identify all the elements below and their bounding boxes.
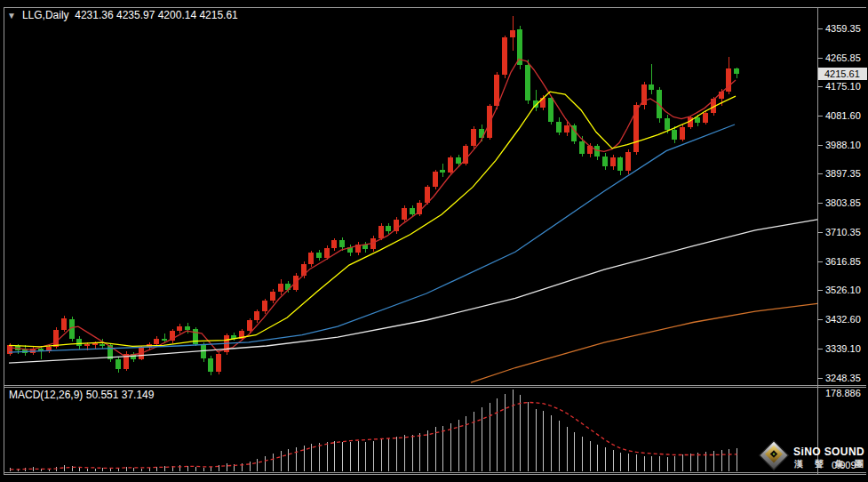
symbol-period-label: LLG,Daily xyxy=(22,9,69,21)
candle-body xyxy=(270,292,275,301)
macd-header: MACD(12,26,9) 50.551 37.149 xyxy=(9,389,154,401)
candle-body xyxy=(100,344,105,346)
candle-body xyxy=(487,106,492,137)
axis-tick xyxy=(817,261,823,262)
candle-body xyxy=(440,170,445,173)
ohlc-values: 4231.36 4235.97 4200.14 4215.61 xyxy=(75,9,238,21)
candle-body xyxy=(680,127,685,140)
symbol-header: ▼LLG,Daily 4231.36 4235.97 4200.14 4215.… xyxy=(7,9,238,21)
axis-tick-label: 3616.85 xyxy=(825,256,861,268)
axis-tick xyxy=(817,58,823,59)
candle-body xyxy=(162,339,167,341)
candle-body xyxy=(556,122,561,133)
axis-tick xyxy=(817,145,823,146)
candle-body xyxy=(216,354,221,372)
candle-body xyxy=(339,240,345,247)
candle-body xyxy=(278,284,283,292)
axis-tick xyxy=(817,319,823,320)
candle-body xyxy=(617,157,623,171)
candle-body xyxy=(703,113,708,123)
axis-tick xyxy=(817,232,823,233)
candle-body xyxy=(301,264,307,276)
candle-body xyxy=(425,187,430,203)
axis-tick-label: 3710.35 xyxy=(825,227,861,238)
trading-terminal: ▼LLG,Daily 4231.36 4235.97 4200.14 4215.… xyxy=(0,0,868,482)
candle-body xyxy=(448,157,453,173)
logo-brand-text: SiNO SOUND xyxy=(793,446,864,458)
candle-body xyxy=(84,344,90,346)
logo-chinese-text: 漢 聲 集 團 xyxy=(794,458,868,470)
candle-body xyxy=(548,98,553,122)
axis-tick xyxy=(817,116,823,116)
candle-body xyxy=(695,117,700,123)
candle-body xyxy=(247,320,252,331)
axis-tick xyxy=(817,203,823,204)
candle-body xyxy=(115,359,121,368)
axis-tick xyxy=(817,173,823,174)
ma-white-line xyxy=(9,220,817,363)
axis-tick-label: 3988.10 xyxy=(825,140,861,151)
candle-body xyxy=(208,358,213,372)
candle-body xyxy=(316,253,322,257)
candle-body xyxy=(53,330,59,347)
candle-body xyxy=(602,157,608,166)
candle-body xyxy=(510,30,515,38)
candle-body xyxy=(471,129,476,146)
candle-body xyxy=(649,84,654,90)
chart-canvas[interactable] xyxy=(0,0,868,482)
axis-tick-label: 3432.60 xyxy=(825,314,861,325)
macd-scale-max: 178.886 xyxy=(825,388,861,398)
axis-tick-label: 3526.10 xyxy=(825,285,861,296)
macd-label: MACD(12,26,9) xyxy=(9,389,83,401)
axis-tick xyxy=(817,86,823,87)
candle-body xyxy=(386,226,391,231)
candle-body xyxy=(185,326,190,330)
candle-body xyxy=(76,339,82,346)
candle-body xyxy=(7,345,12,354)
axis-tick xyxy=(817,290,823,291)
axis-tick-label: 3803.85 xyxy=(825,197,861,209)
candle-body xyxy=(254,311,259,321)
candle-body xyxy=(579,141,585,153)
axis-tick xyxy=(817,349,823,349)
axis-tick-label: 3248.35 xyxy=(825,373,861,384)
candle-body xyxy=(625,152,631,171)
chevron-down-icon[interactable]: ▼ xyxy=(7,11,16,20)
axis-tick-label: 4175.10 xyxy=(825,81,861,92)
candle-body xyxy=(402,208,407,220)
axis-tick-label: 3339.10 xyxy=(825,343,861,355)
diamond-logo-icon xyxy=(759,440,789,470)
candle-body xyxy=(433,172,438,187)
candle-body xyxy=(525,65,530,100)
axis-tick-label: 4359.35 xyxy=(825,23,861,35)
current-price-tag: 4215.61 xyxy=(818,68,867,80)
candle-body xyxy=(308,253,314,264)
candle-body xyxy=(672,130,677,140)
axis-tick-label: 3897.35 xyxy=(825,168,861,180)
candle-body xyxy=(410,208,415,214)
candle-body xyxy=(61,318,67,330)
axis-tick xyxy=(817,378,823,379)
axis-tick-label: 4081.60 xyxy=(825,110,861,122)
candle-body xyxy=(665,118,670,130)
candle-body xyxy=(610,157,616,166)
candle-body xyxy=(177,326,182,332)
candle-body xyxy=(378,226,384,237)
candle-body xyxy=(324,248,330,258)
candle-body xyxy=(154,339,159,344)
ma-orange-line xyxy=(471,303,817,382)
candle-body xyxy=(92,343,98,345)
candle-body xyxy=(262,301,267,310)
axis-tick xyxy=(817,28,823,29)
sino-sound-logo: SiNO SOUND 漢 聲 集 團 xyxy=(758,443,866,473)
candle-body xyxy=(734,68,739,74)
candle-body xyxy=(564,125,569,133)
ma-fast-red-line xyxy=(9,59,736,356)
axis-tick-label: 4265.85 xyxy=(825,52,861,64)
macd-values: 50.551 37.149 xyxy=(86,389,155,401)
candle-body xyxy=(331,240,337,248)
candle-body xyxy=(456,157,461,164)
candle-body xyxy=(502,37,507,75)
